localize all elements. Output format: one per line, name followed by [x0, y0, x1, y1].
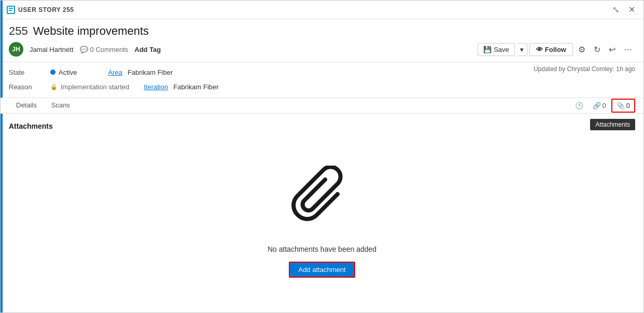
- undo-button[interactable]: ↩: [606, 43, 619, 57]
- reason-label: Reason: [9, 83, 50, 91]
- left-accent: [1, 1, 3, 312]
- area-label[interactable]: Area: [108, 69, 122, 76]
- history-icon: 🕐: [575, 102, 583, 110]
- eye-icon: 👁: [536, 46, 543, 53]
- attachments-count: 0: [626, 102, 630, 110]
- save-button[interactable]: 💾 Save: [478, 43, 515, 56]
- action-bar: Details Scans 🕐 🔗 0 📎 0 Attachments: [1, 98, 643, 114]
- save-label: Save: [494, 46, 509, 53]
- toolbar-row: JH Jamal Hartnett 💬 0 Comments Add Tag 💾…: [9, 42, 635, 57]
- updated-text: Updated by Chrystal Comley: 1h ago: [534, 65, 635, 73]
- svg-rect-1: [9, 8, 13, 9]
- comment-icon: 💬: [80, 46, 88, 53]
- work-item-title-row: 255 Website improvements: [9, 24, 635, 38]
- more-options-button[interactable]: ⋯: [621, 43, 635, 57]
- minimize-button[interactable]: ⤡: [610, 4, 621, 16]
- paperclip-icon: 📎: [617, 102, 625, 110]
- state-value: Active: [59, 69, 77, 76]
- area-value: Fabrikam Fiber: [128, 69, 173, 76]
- tab-scans[interactable]: Scans: [44, 98, 77, 113]
- follow-label: Follow: [545, 46, 566, 53]
- iteration-label[interactable]: Iteration: [144, 83, 168, 91]
- add-attachment-button[interactable]: Add attachment: [289, 262, 355, 278]
- no-attachments-message: No attachments have been added: [268, 245, 376, 253]
- comments-button[interactable]: 💬 0 Comments: [80, 46, 129, 53]
- work-item-name: Website improvements: [33, 24, 149, 38]
- tab-details[interactable]: Details: [9, 98, 44, 113]
- title-bar-label: USER STORY 255: [18, 6, 74, 13]
- refresh-button[interactable]: ↻: [591, 43, 604, 57]
- svg-rect-2: [9, 10, 12, 11]
- reason-value: Implementation started: [61, 83, 129, 91]
- work-item-number: 255: [9, 24, 28, 38]
- save-dropdown-button[interactable]: ▾: [517, 43, 527, 56]
- work-item-window: USER STORY 255 ⤡ ✕ 255 Website improveme…: [0, 0, 644, 313]
- iteration-value: Fabrikam Fiber: [173, 83, 218, 91]
- title-bar-left: USER STORY 255: [7, 6, 74, 14]
- save-icon: 💾: [483, 46, 492, 53]
- author-name: Jamal Hartnett: [30, 46, 74, 53]
- lock-icon: 🔒: [50, 84, 58, 90]
- history-button[interactable]: 🕐: [571, 99, 587, 113]
- attachments-tooltip: Attachments: [590, 119, 635, 130]
- attachments-empty: No attachments have been added Add attac…: [9, 141, 635, 302]
- state-label: State: [9, 69, 50, 76]
- action-icons: 🕐 🔗 0 📎 0 Attachments: [571, 99, 635, 113]
- state-indicator: [50, 70, 55, 75]
- follow-button[interactable]: 👁 Follow: [529, 43, 573, 56]
- comments-count: 0 Comments: [90, 46, 129, 53]
- toolbar-right: 💾 Save ▾ 👁 Follow ⚙ ↻ ↩ ⋯: [478, 43, 635, 57]
- title-bar: USER STORY 255 ⤡ ✕: [1, 1, 643, 19]
- fields-row: State Active Area Fabrikam Fiber Reason …: [1, 62, 643, 98]
- add-tag-button[interactable]: Add Tag: [134, 46, 161, 53]
- main-header: 255 Website improvements JH Jamal Hartne…: [1, 19, 643, 62]
- links-button[interactable]: 🔗 0: [589, 99, 610, 113]
- work-item-type-icon: [7, 6, 15, 14]
- title-bar-right: ⤡ ✕: [610, 4, 637, 16]
- avatar: JH: [9, 42, 23, 57]
- attachments-header: Attachments: [9, 122, 635, 130]
- content-area: Attachments No attachments have been add…: [1, 114, 643, 312]
- big-paperclip-icon: [291, 166, 353, 237]
- toolbar-left: JH Jamal Hartnett 💬 0 Comments Add Tag: [9, 42, 161, 57]
- reason-field-row: Reason 🔒 Implementation started Iteratio…: [9, 80, 635, 93]
- links-count: 0: [603, 102, 606, 110]
- close-button[interactable]: ✕: [626, 4, 637, 16]
- settings-button[interactable]: ⚙: [575, 43, 589, 57]
- attachments-button[interactable]: 📎 0: [611, 99, 635, 113]
- link-icon: 🔗: [593, 102, 601, 110]
- attachments-wrapper: 📎 0 Attachments: [611, 99, 635, 113]
